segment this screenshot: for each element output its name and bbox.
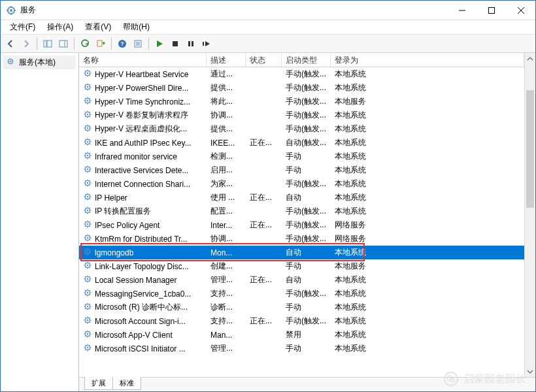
restart-service-button[interactable]	[199, 37, 214, 51]
service-row[interactable]: IPsec Policy AgentInter...正在...手动(触发...网…	[79, 218, 524, 232]
actionpane-button[interactable]	[56, 37, 71, 51]
svg-line-126	[85, 199, 86, 199]
service-row[interactable]: IP Helper使用 ...正在...自动本地系统	[79, 191, 524, 204]
service-gear-icon	[83, 220, 92, 231]
service-desc-cell: 为家...	[207, 177, 246, 191]
service-row[interactable]: IP 转换配置服务配置...手动(触发...本地系统	[79, 204, 524, 218]
svg-text:?: ?	[120, 41, 124, 47]
col-header-startup[interactable]: 启动类型	[282, 53, 331, 67]
close-button[interactable]	[506, 1, 535, 20]
svg-point-78	[87, 141, 88, 142]
service-row[interactable]: Interactive Services Dete...启用...手动本地系统	[79, 163, 524, 177]
properties-button[interactable]	[131, 37, 145, 51]
service-startup-cell: 手动(触发...	[282, 177, 331, 191]
nav-root-item[interactable]: 服务(本地)	[3, 56, 76, 69]
service-logon-cell: 本地系统	[331, 163, 524, 177]
service-name-cell: Internet Connection Shari...	[79, 177, 207, 191]
svg-point-118	[87, 196, 88, 197]
service-row[interactable]: Microsoft (R) 诊断中心标...诊断...手动本地系统	[79, 301, 524, 314]
col-header-logon[interactable]: 登录为	[331, 53, 524, 67]
col-header-desc[interactable]: 描述	[207, 53, 246, 67]
svg-line-83	[85, 139, 86, 140]
pause-service-button[interactable]	[184, 37, 198, 51]
forward-button[interactable]	[19, 37, 33, 51]
service-startup-cell: 禁用	[282, 328, 331, 342]
service-name-cell: Hyper-V PowerShell Dire...	[79, 81, 207, 95]
tab-standard[interactable]: 标准	[112, 377, 141, 390]
service-name-cell: Microsoft (R) 诊断中心标...	[79, 301, 207, 314]
svg-line-85	[90, 139, 90, 140]
svg-line-143	[85, 221, 86, 222]
service-logon-cell: 本地系统	[331, 150, 524, 163]
svg-point-228	[87, 347, 88, 348]
svg-point-98	[87, 169, 88, 170]
service-row[interactable]: Microsoft Account Sign-i...支持...正在...手动(…	[79, 314, 524, 328]
svg-line-93	[85, 153, 86, 154]
help-button[interactable]: ?	[115, 37, 129, 51]
service-row[interactable]: Link-Layer Topology Disc...创建...手动本地服务	[79, 259, 524, 273]
list-wrap: 名称 描述 状态 启动类型 登录为 Hyper-V Heartbeat Serv…	[79, 53, 535, 377]
service-row[interactable]: Microsoft App-V ClientMan...禁用本地系统	[79, 328, 524, 342]
menu-file[interactable]: 文件(F)	[5, 20, 41, 34]
col-header-name[interactable]: 名称	[79, 53, 207, 67]
svg-line-186	[85, 281, 86, 282]
service-desc-cell: 将此...	[207, 95, 246, 108]
service-row[interactable]: Hyper-V 远程桌面虚拟化...提供...手动(触发...本地系统	[79, 122, 524, 136]
scroll-down-button[interactable]	[525, 366, 535, 377]
scroll-thumb[interactable]	[526, 90, 534, 208]
start-service-button[interactable]	[152, 37, 167, 51]
service-status-cell	[246, 306, 282, 309]
tab-extended[interactable]: 扩展	[84, 377, 113, 390]
service-row[interactable]: KtmRm for Distributed Tr...协调...手动(触发...…	[79, 232, 524, 246]
svg-line-166	[85, 253, 86, 254]
svg-line-134	[90, 212, 90, 213]
service-row[interactable]: Microsoft iSCSI Initiator ...管理...手动本地系统	[79, 342, 524, 355]
service-startup-cell: 手动	[282, 150, 331, 163]
service-name-label: Hyper-V PowerShell Dire...	[95, 84, 188, 93]
service-row[interactable]: Hyper-V Heartbeat Service通过...手动(触发...本地…	[79, 67, 524, 81]
export-button[interactable]	[93, 37, 108, 51]
svg-point-168	[87, 265, 88, 266]
svg-line-164	[90, 253, 90, 254]
service-row[interactable]: Hyper-V PowerShell Dire...提供...手动(触发...本…	[79, 81, 524, 95]
refresh-button[interactable]	[78, 37, 92, 51]
show-hide-tree-button[interactable]	[41, 37, 55, 51]
stop-service-button[interactable]	[168, 37, 182, 51]
back-button[interactable]	[3, 37, 18, 51]
col-header-status[interactable]: 状态	[246, 53, 282, 67]
svg-point-48	[87, 100, 88, 101]
service-row[interactable]: Hyper-V Time Synchroniz...将此...手动(触发...本…	[79, 95, 524, 108]
svg-line-173	[85, 263, 86, 263]
svg-line-203	[85, 304, 86, 304]
svg-line-204	[90, 308, 90, 309]
svg-line-174	[90, 267, 90, 268]
service-row[interactable]: Local Session Manager管理...正在...自动本地系统	[79, 273, 524, 287]
service-row[interactable]: Hyper-V 卷影复制请求程序协调...手动(触发...本地系统	[79, 108, 524, 122]
service-gear-icon	[83, 274, 92, 286]
toolbar-sep-1	[37, 38, 37, 50]
toolbar: ?	[1, 35, 535, 53]
service-row[interactable]: MessagingService_1cba0...支持...手动(触发...本地…	[79, 287, 524, 301]
service-row[interactable]: lgmongodbMon...自动本地系统	[79, 246, 524, 259]
service-logon-cell: 本地系统	[331, 328, 524, 342]
maximize-button[interactable]	[477, 1, 506, 20]
service-startup-cell: 手动	[282, 301, 331, 314]
menu-view[interactable]: 查看(V)	[80, 20, 116, 34]
svg-point-28	[87, 73, 88, 74]
service-row[interactable]: Internet Connection Shari...为家...手动(触发..…	[79, 177, 524, 191]
scroll-up-button[interactable]	[525, 53, 535, 64]
menu-action[interactable]: 操作(A)	[42, 20, 78, 34]
service-desc-cell: Man...	[207, 329, 246, 341]
service-row[interactable]: IKE and AuthIP IPsec Key...IKEE...正在...自…	[79, 136, 524, 150]
service-name-label: IP 转换配置服务	[95, 206, 151, 217]
service-row[interactable]: Infrared monitor service检测...手动本地系统	[79, 150, 524, 163]
svg-line-115	[90, 180, 90, 181]
menu-help[interactable]: 帮助(H)	[118, 20, 155, 34]
service-status-cell	[246, 183, 282, 186]
vertical-scrollbar[interactable]	[524, 53, 535, 377]
service-logon-cell: 本地系统	[331, 177, 524, 191]
svg-line-205	[90, 304, 90, 304]
minimize-button[interactable]	[447, 1, 477, 20]
scroll-track[interactable]	[525, 64, 535, 366]
service-name-label: Hyper-V Time Synchroniz...	[95, 97, 190, 106]
